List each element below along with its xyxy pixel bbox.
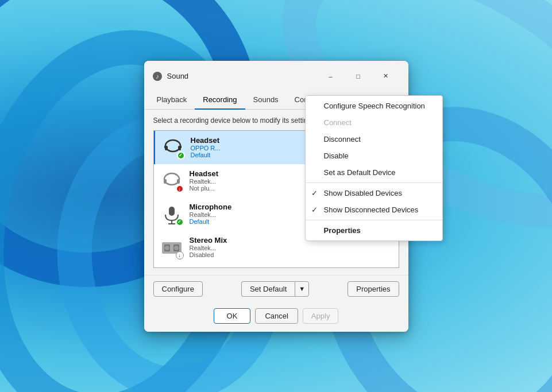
svg-rect-8 xyxy=(164,179,167,184)
tab-sounds[interactable]: Sounds xyxy=(245,91,287,110)
ctx-separator-1 xyxy=(306,183,442,183)
sound-dialog: ♪ Sound – □ ✕ Playback Recording Sounds … xyxy=(144,61,408,332)
dialog-bottom: OK Cancel Apply xyxy=(144,302,408,332)
svg-point-16 xyxy=(165,246,169,250)
svg-rect-10 xyxy=(169,207,175,216)
device-status-disabled-icon: ↓ xyxy=(176,251,184,259)
close-button[interactable]: ✕ xyxy=(373,68,399,85)
close-icon: ✕ xyxy=(383,72,388,80)
device-sub2: Disabled xyxy=(190,251,393,258)
svg-text:♪: ♪ xyxy=(156,73,159,80)
dialog-footer: Configure Set Default ▼ Properties xyxy=(144,275,408,302)
device-status-red-icon: ↓ xyxy=(176,185,184,193)
ctx-show-disabled[interactable]: ✓ Show Disabled Devices xyxy=(306,185,442,201)
device-status-green-icon: ✓ xyxy=(177,152,185,160)
device-icon-headset: ✓ xyxy=(161,135,185,160)
ctx-separator-2 xyxy=(306,220,442,220)
window-title: Sound xyxy=(167,72,318,80)
maximize-button[interactable]: □ xyxy=(345,68,372,85)
ctx-connect: Connect xyxy=(306,114,442,131)
ctx-properties[interactable]: Properties xyxy=(306,222,442,239)
context-menu: Configure Speech Recognition Connect Dis… xyxy=(305,95,443,241)
device-status-green2-icon: ✓ xyxy=(176,218,184,226)
check-disabled-icon: ✓ xyxy=(311,189,318,197)
svg-point-17 xyxy=(174,246,179,250)
ctx-show-disconnected[interactable]: ✓ Show Disconnected Devices xyxy=(306,201,442,218)
configure-button[interactable]: Configure xyxy=(153,281,203,297)
title-bar: ♪ Sound – □ ✕ xyxy=(144,61,408,91)
dropdown-arrow-icon: ▼ xyxy=(299,285,305,292)
device-sub1: Realtek... xyxy=(190,244,393,251)
cancel-button[interactable]: Cancel xyxy=(255,308,298,324)
device-icon-stereo: ↓ xyxy=(160,235,184,259)
tab-recording[interactable]: Recording xyxy=(195,91,245,110)
ctx-disconnect[interactable]: Disconnect xyxy=(306,131,442,148)
minimize-icon: – xyxy=(329,73,332,80)
apply-button[interactable]: Apply xyxy=(303,308,339,324)
window-controls: – □ ✕ xyxy=(318,68,399,85)
ctx-show-disconnected-label: Show Disconnected Devices xyxy=(324,205,419,214)
set-default-group: Set Default ▼ xyxy=(241,281,309,297)
set-default-button[interactable]: Set Default xyxy=(241,281,295,297)
sound-window-icon: ♪ xyxy=(152,71,163,81)
ok-button[interactable]: OK xyxy=(214,308,251,324)
tab-playback[interactable]: Playback xyxy=(149,91,195,110)
svg-point-7 xyxy=(164,173,179,185)
minimize-button[interactable]: – xyxy=(318,68,344,85)
ctx-configure-speech[interactable]: Configure Speech Recognition xyxy=(306,98,442,114)
set-default-arrow-button[interactable]: ▼ xyxy=(295,281,309,297)
ctx-show-disabled-label: Show Disabled Devices xyxy=(324,189,403,197)
device-icon-headset2: ↓ xyxy=(160,169,184,193)
maximize-icon: □ xyxy=(356,73,360,80)
check-disconnected-icon: ✓ xyxy=(311,205,318,214)
svg-rect-9 xyxy=(177,179,180,184)
ctx-disable[interactable]: Disable xyxy=(306,148,442,164)
properties-button[interactable]: Properties xyxy=(348,281,399,297)
ctx-set-default[interactable]: Set as Default Device xyxy=(306,164,442,181)
svg-point-2 xyxy=(165,140,180,152)
device-icon-mic: ✓ xyxy=(160,202,184,226)
